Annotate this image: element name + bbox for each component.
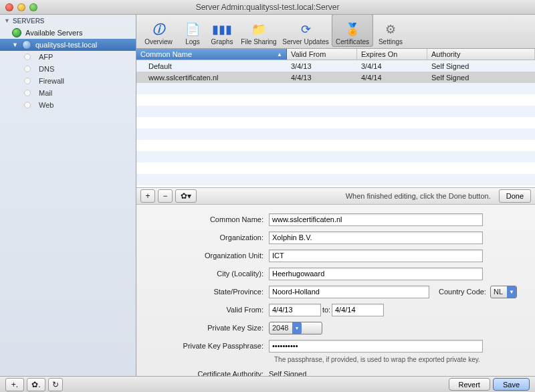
input-city[interactable] (269, 268, 483, 280)
label-country-code: Country Code: (439, 288, 490, 296)
column-expires-on[interactable]: Expires On (357, 49, 427, 60)
cell-authority: Self Signed (427, 62, 535, 70)
status-led-icon (24, 78, 31, 84)
sidebar-item-available-servers[interactable]: Available Servers (0, 27, 136, 39)
toolbar-btn-file-sharing[interactable]: 📁File Sharing (238, 14, 280, 47)
plus-icon: +. (11, 380, 18, 389)
toolbar-btn-server-updates[interactable]: ⟳Server Updates (280, 14, 332, 47)
sidebar-item-service-firewall[interactable]: Firewall (0, 75, 136, 87)
column-label: Authority (431, 50, 460, 58)
chevron-down-icon: ▼ (507, 286, 516, 298)
table-row (136, 83, 535, 94)
sidebar-item-label: Firewall (39, 77, 64, 85)
revert-button[interactable]: Revert (449, 378, 490, 391)
cell-expires-on: 3/4/14 (357, 62, 427, 70)
toolbar-btn-logs[interactable]: 📄Logs (179, 14, 206, 47)
action-menu-button[interactable]: ✿▾ (175, 189, 197, 203)
label-private-key-size: Private Key Size: (148, 324, 269, 332)
folder-share-icon: 📁 (249, 21, 268, 38)
gear-icon: ⚙ (381, 21, 400, 38)
info-icon: ⓘ (149, 21, 168, 38)
input-state[interactable] (269, 286, 429, 298)
toolbar-label: Logs (185, 38, 200, 45)
select-country-code[interactable]: NL▼ (490, 286, 517, 298)
label-organization: Organization: (148, 233, 269, 241)
table-row (136, 151, 535, 163)
disclosure-triangle-icon[interactable]: ▼ (4, 17, 10, 24)
sidebar-item-service-mail[interactable]: Mail (0, 87, 136, 99)
column-authority[interactable]: Authority (427, 49, 535, 60)
sidebar-section-header[interactable]: ▼ SERVERS (0, 15, 136, 27)
sidebar-item-service-afp[interactable]: AFP (0, 51, 136, 63)
document-icon: 📄 (183, 21, 202, 38)
select-private-key-size[interactable]: 2048▾ (269, 322, 322, 334)
label-city: City (Locality): (148, 270, 269, 278)
add-server-button[interactable]: +. (5, 378, 24, 391)
main-toolbar: ⓘOverview 📄Logs ▮▮▮Graphs 📁File Sharing … (136, 15, 535, 49)
minus-icon: − (163, 191, 167, 201)
input-organization[interactable] (269, 231, 483, 244)
gear-icon: ✿. (31, 380, 40, 389)
status-led-icon (24, 102, 31, 108)
remove-button[interactable]: − (158, 189, 173, 203)
column-valid-from[interactable]: Valid From (287, 49, 357, 60)
server-icon (22, 40, 31, 50)
sort-ascending-icon: ▲ (277, 52, 282, 58)
certificate-icon: 🏅 (343, 21, 362, 38)
sidebar-item-server-selected[interactable]: ▼ qualityssl-test.local (0, 39, 136, 51)
table-row (136, 94, 535, 106)
window-minimize-button[interactable] (17, 3, 25, 11)
refresh-button[interactable]: ↻ (48, 378, 63, 391)
gear-icon: ✿▾ (181, 191, 191, 201)
cell-expires-on: 4/4/14 (357, 74, 427, 82)
window-title: Server Admin:qualityssl-test.local:Serve… (0, 3, 535, 12)
add-button[interactable]: + (140, 189, 155, 203)
done-button[interactable]: Done (499, 189, 531, 203)
action-menu-button[interactable]: ✿. (27, 378, 45, 391)
input-valid-to[interactable] (332, 304, 384, 316)
input-valid-from[interactable] (269, 304, 321, 316)
column-common-name[interactable]: Common Name▲ (136, 49, 287, 60)
toolbar-label: File Sharing (241, 38, 276, 45)
disclosure-triangle-icon[interactable]: ▼ (12, 41, 18, 48)
label-organization-unit: Organization Unit: (148, 252, 269, 260)
input-common-name[interactable] (269, 213, 483, 226)
cell-common-name: www.sslcertificaten.nl (136, 74, 287, 82)
toolbar-label: Settings (379, 38, 403, 45)
table-row (136, 174, 535, 185)
toolbar-btn-overview[interactable]: ⓘOverview (138, 14, 179, 47)
table-row[interactable]: Default 3/4/13 3/4/14 Self Signed (136, 60, 535, 72)
sidebar-item-service-dns[interactable]: DNS (0, 63, 136, 75)
sidebar-item-service-web[interactable]: Web (0, 99, 136, 111)
save-button[interactable]: Save (493, 378, 530, 391)
label-common-name: Common Name: (148, 215, 269, 223)
label-state: State/Province: (148, 288, 269, 296)
toolbar-btn-certificates[interactable]: 🏅Certificates (332, 14, 373, 47)
cell-valid-from: 3/4/13 (287, 62, 357, 70)
globe-icon (12, 28, 21, 37)
window-close-button[interactable] (5, 3, 13, 11)
toolbar-label: Server Updates (282, 38, 328, 45)
status-led-icon (24, 54, 31, 60)
table-row (136, 106, 535, 117)
bar-chart-icon: ▮▮▮ (213, 21, 231, 38)
column-label: Valid From (291, 50, 326, 58)
toolbar-btn-graphs[interactable]: ▮▮▮Graphs (206, 14, 238, 47)
value-cert-authority: Self Signed (269, 370, 306, 376)
input-passphrase[interactable] (269, 340, 483, 353)
window-zoom-button[interactable] (29, 3, 37, 11)
sidebar-item-label: Web (39, 101, 54, 109)
passphrase-note: The passphrase, if provided, is used to … (274, 356, 523, 363)
window-bottom-bar: +. ✿. ↻ Revert Save (0, 376, 535, 392)
toolbar-label: Graphs (211, 38, 233, 45)
toolbar-btn-settings[interactable]: ⚙Settings (373, 14, 408, 47)
toolbar-label: Overview (144, 38, 173, 45)
toolbar-label: Certificates (336, 38, 369, 45)
table-row[interactable]: www.sslcertificaten.nl 4/4/13 4/4/14 Sel… (136, 72, 535, 83)
content-pane: ⓘOverview 📄Logs ▮▮▮Graphs 📁File Sharing … (136, 15, 535, 376)
plus-icon: + (145, 191, 150, 201)
label-passphrase: Private Key Passphrase: (148, 342, 269, 350)
sidebar: ▼ SERVERS Available Servers ▼ qualityssl… (0, 15, 136, 376)
status-led-icon (24, 66, 31, 72)
input-organization-unit[interactable] (269, 250, 483, 262)
